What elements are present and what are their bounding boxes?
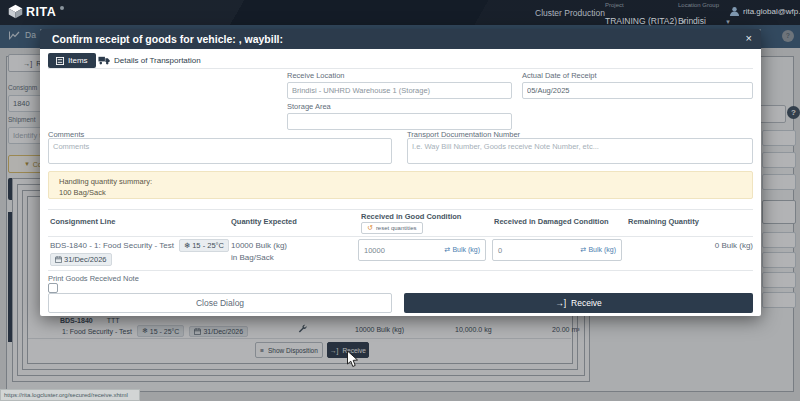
col-consignment-line: Consignment Line — [50, 217, 115, 226]
print-grn-label: Print Goods Received Note — [48, 274, 139, 283]
line-title: BDS-1840 - 1: Food Security - Test — [50, 241, 174, 250]
mouse-cursor — [346, 350, 359, 368]
caret-down-icon: ▾ — [726, 18, 730, 25]
environment-label: Cluster Production — [535, 8, 605, 18]
alert-line2: 100 Bag/Sack — [59, 188, 742, 199]
col-quantity-expected: Quantity Expected — [231, 217, 297, 226]
table-row: BDS-1840 - 1: Food Security - Test ❄ 15 … — [50, 239, 229, 252]
confirm-receipt-dialog: Confirm receipt of goods for vehicle: , … — [40, 29, 761, 316]
user-icon — [729, 6, 740, 17]
alert-line1: Handling quantity summary: — [59, 177, 742, 188]
expiry-value: 31/Dec/2026 — [64, 255, 107, 264]
good-condition-input[interactable]: 10000 — [364, 246, 385, 255]
tab-items-label: Items — [68, 56, 88, 65]
good-unit-label: Bulk (kg) — [452, 246, 480, 253]
damaged-unit-toggle[interactable]: ⇄ Bulk (kg) — [581, 246, 616, 254]
actual-date-input[interactable] — [522, 82, 753, 99]
table-header-divider — [48, 236, 753, 237]
close-icon[interactable]: × — [746, 32, 752, 44]
app-root: RITA Cluster Production Project TRAINING… — [0, 0, 800, 401]
col-received-good: Received in Good Condition — [361, 212, 461, 221]
row-bottom-divider — [48, 270, 753, 271]
receive-button-label: Receive — [571, 298, 602, 308]
list-icon — [56, 57, 64, 65]
reset-quantities-button[interactable]: ↺ reset quantities — [361, 222, 423, 234]
comments-textarea[interactable] — [48, 138, 392, 164]
dialog-title: Confirm receipt of goods for vehicle: , … — [52, 33, 283, 45]
damaged-unit-label: Bulk (kg) — [588, 246, 616, 253]
snowflake-icon: ❄ — [184, 241, 190, 250]
col-received-damaged: Received in Damaged Condition — [494, 217, 609, 226]
project-label: Project — [605, 2, 685, 8]
receive-location-input[interactable] — [287, 82, 512, 99]
brand: RITA — [8, 4, 64, 19]
damaged-condition-input[interactable]: 0 — [498, 246, 502, 255]
cube-logo-icon — [8, 4, 23, 19]
tab-items[interactable]: Items — [48, 53, 96, 68]
reset-icon: ↺ — [367, 225, 373, 231]
storage-area-input[interactable] — [287, 113, 512, 130]
good-condition-group: 10000 ⇄ Bulk (kg) — [358, 239, 486, 261]
swap-icon: ⇄ — [581, 246, 587, 253]
col-remaining: Remaining Quantity — [628, 217, 699, 226]
remaining-qty: 0 Bulk (kg) — [628, 241, 753, 250]
close-dialog-label: Close Dialog — [196, 298, 244, 308]
topbar: RITA Cluster Production Project TRAINING… — [0, 0, 800, 25]
user-email: rita.global@wfp.org — [743, 7, 800, 16]
tab-details-of-transportation[interactable]: Details of Transportation — [98, 53, 201, 68]
signin-icon: →] — [555, 298, 566, 308]
tab-details-label: Details of Transportation — [114, 56, 201, 65]
brand-name: RITA — [26, 5, 56, 19]
print-grn-checkbox[interactable] — [48, 283, 58, 293]
handling-summary-alert: Handling quantity summary: 100 Bag/Sack — [48, 171, 753, 199]
truck-icon — [98, 56, 110, 65]
receive-button[interactable]: →] Receive — [404, 293, 753, 313]
table-top-divider — [48, 209, 753, 210]
expected-qty: 10000 Bulk (kg) — [231, 241, 287, 250]
temperature-chip: ❄ 15 - 25°C — [179, 239, 229, 252]
user-menu[interactable]: rita.global@wfp.org ▾ — [729, 6, 800, 17]
brand-dot-icon — [60, 6, 64, 10]
swap-icon: ⇄ — [445, 246, 451, 253]
browser-status-url: https://rita.logcluster.org/secured/rece… — [0, 389, 140, 401]
good-unit-toggle[interactable]: ⇄ Bulk (kg) — [445, 246, 480, 254]
transport-doc-input[interactable] — [407, 138, 753, 164]
dialog-titlebar: Confirm receipt of goods for vehicle: , … — [40, 29, 761, 49]
location-group-label: Location Group — [678, 2, 730, 8]
expected-handling: in Bag/Sack — [231, 253, 274, 262]
damaged-condition-group: 0 ⇄ Bulk (kg) — [492, 239, 622, 261]
reset-quantities-label: reset quantities — [376, 225, 417, 231]
expiry-chip: 31/Dec/2026 — [50, 253, 112, 266]
tabs-divider — [48, 68, 753, 69]
close-dialog-button[interactable]: Close Dialog — [48, 293, 392, 313]
temperature-value: 15 - 25°C — [192, 241, 224, 250]
calendar-icon — [55, 256, 62, 263]
